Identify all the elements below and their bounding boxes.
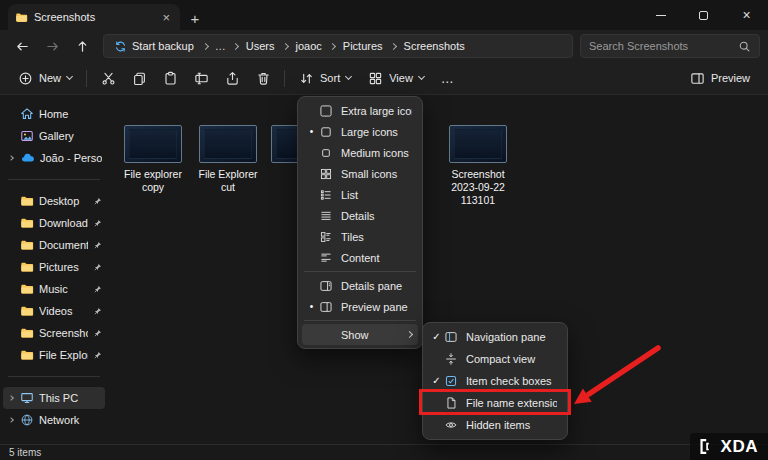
check-icon: ✓ — [430, 376, 443, 386]
search-input[interactable] — [589, 40, 732, 52]
more-options-button[interactable]: … — [433, 66, 463, 90]
close-button[interactable]: × — [725, 0, 768, 30]
folder-icon — [20, 216, 34, 230]
sidebar-item-label: Pictures — [39, 261, 88, 273]
copy-icon — [132, 71, 147, 86]
menu-item-medium-icons[interactable]: Medium icons — [302, 142, 418, 163]
chevron-right-icon — [232, 42, 239, 49]
tab-screenshots[interactable]: Screenshots × — [8, 4, 180, 30]
new-label: New — [39, 72, 61, 84]
sidebar-divider — [8, 376, 100, 377]
menu-item-navigation-pane[interactable]: ✓ Navigation pane — [427, 326, 563, 348]
sidebar-item-file-explorer[interactable]: File Explorer — [3, 344, 105, 366]
cut-button[interactable] — [93, 65, 123, 91]
view-grid-icon — [368, 71, 383, 86]
breadcrumb-users[interactable]: Users — [241, 40, 280, 52]
back-button[interactable] — [8, 33, 36, 59]
share-button[interactable] — [217, 65, 247, 91]
address-bar[interactable]: Start backup … Users joaoc Pictures Scre… — [103, 34, 573, 58]
file-name: File explorer copy — [117, 168, 189, 194]
item-count: 5 items — [9, 447, 41, 458]
search-box[interactable] — [580, 34, 760, 58]
file-name: File Explorer cut — [192, 168, 264, 194]
menu-item-large-icons[interactable]: • Large icons — [302, 121, 418, 142]
menu-item-content[interactable]: Content — [302, 247, 418, 268]
sidebar-item-downloads[interactable]: Downloads — [3, 212, 105, 234]
breadcrumb-screenshots[interactable]: Screenshots — [399, 40, 470, 52]
sidebar-item-pictures[interactable]: Pictures — [3, 256, 105, 278]
menu-item-compact-view[interactable]: Compact view — [427, 348, 563, 370]
menu-divider — [304, 271, 416, 272]
menu-item-preview-pane[interactable]: • Preview pane — [302, 296, 418, 317]
tab-close-icon[interactable]: × — [159, 11, 173, 24]
sidebar-item-music[interactable]: Music — [3, 278, 105, 300]
rename-icon — [194, 71, 209, 86]
sidebar-item-label: Network — [39, 414, 102, 426]
delete-button[interactable] — [248, 65, 278, 91]
sidebar-item-this-pc[interactable]: This PC — [3, 387, 105, 409]
view-label: View — [389, 72, 413, 84]
sidebar-item-network[interactable]: Network — [3, 409, 105, 431]
file-item[interactable]: Screenshot 2023-09-22 113101 — [442, 125, 514, 207]
check-icon: ✓ — [430, 332, 443, 342]
new-button[interactable]: New — [10, 66, 80, 91]
sort-button[interactable]: Sort — [291, 66, 359, 91]
sort-icon — [299, 71, 314, 86]
folder-icon — [20, 238, 34, 252]
sidebar-item-videos[interactable]: Videos — [3, 300, 105, 322]
sidebar-item-label: Music — [39, 283, 88, 295]
this-pc-icon — [20, 391, 34, 405]
menu-divider — [304, 320, 416, 321]
sidebar-item-screenshots[interactable]: Screenshots — [3, 322, 105, 344]
menu-item-show[interactable]: Show — [302, 324, 418, 345]
up-button[interactable] — [68, 33, 96, 59]
sidebar-item-home[interactable]: Home — [3, 103, 105, 125]
annotation-highlight-box — [419, 389, 571, 415]
view-button[interactable]: View — [360, 66, 432, 91]
menu-item-list[interactable]: List — [302, 184, 418, 205]
folder-icon — [20, 348, 34, 362]
rename-button[interactable] — [186, 65, 216, 91]
new-tab-button[interactable]: + — [182, 6, 208, 30]
preview-label: Preview — [711, 72, 750, 84]
menu-item-small-icons[interactable]: Small icons — [302, 163, 418, 184]
forward-button[interactable] — [38, 33, 66, 59]
large-icons-icon — [318, 124, 334, 140]
menu-item-tiles[interactable]: Tiles — [302, 226, 418, 247]
gallery-icon — [20, 129, 34, 143]
tab-title: Screenshots — [34, 11, 153, 23]
copy-button[interactable] — [124, 65, 154, 91]
sidebar-item-desktop[interactable]: Desktop — [3, 190, 105, 212]
maximize-button[interactable] — [682, 0, 725, 30]
pin-icon — [93, 219, 102, 228]
menu-item-details[interactable]: Details — [302, 205, 418, 226]
sidebar-item-label: Home — [39, 108, 102, 120]
file-item[interactable]: File explorer copy — [117, 125, 189, 194]
paste-button[interactable] — [155, 65, 185, 91]
start-backup-button[interactable]: Start backup — [108, 36, 200, 56]
xda-watermark-text: XDA — [721, 438, 758, 455]
details-icon — [318, 208, 334, 224]
breadcrumb-joaoc[interactable]: joaoc — [291, 40, 327, 52]
minimize-button[interactable] — [639, 0, 682, 30]
menu-item-extra-large-icons[interactable]: Extra large icons — [302, 100, 418, 121]
preview-toggle-button[interactable]: Preview — [682, 66, 758, 91]
sidebar-item-label: Documents — [39, 239, 88, 251]
share-icon — [225, 71, 240, 86]
navigation-pane-icon — [443, 329, 459, 345]
sidebar-item-documents[interactable]: Documents — [3, 234, 105, 256]
sidebar-item-onedrive[interactable]: João - Personal — [3, 147, 105, 169]
maximize-icon — [699, 11, 708, 20]
back-arrow-icon — [15, 39, 30, 54]
sidebar-item-label: Screenshots — [39, 327, 88, 339]
file-item[interactable]: File Explorer cut — [192, 125, 264, 194]
xda-watermark: XDA — [690, 433, 768, 460]
sidebar-item-gallery[interactable]: Gallery — [3, 125, 105, 147]
item-check-boxes-icon — [443, 373, 459, 389]
menu-item-details-pane[interactable]: Details pane — [302, 275, 418, 296]
breadcrumb-pictures[interactable]: Pictures — [338, 40, 388, 52]
preview-pane-icon — [690, 71, 705, 86]
menu-item-hidden-items[interactable]: Hidden items — [427, 414, 563, 436]
breadcrumb-overflow[interactable]: … — [211, 40, 230, 52]
tiles-icon — [318, 229, 334, 245]
